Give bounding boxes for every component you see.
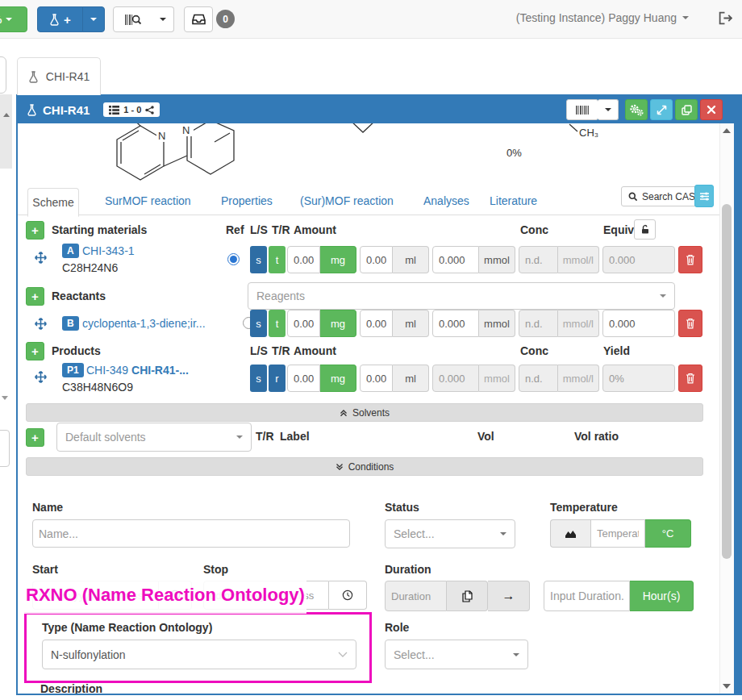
- create-element-dropdown[interactable]: [82, 6, 105, 32]
- volume-input[interactable]: [360, 246, 393, 273]
- logout-button[interactable]: [718, 11, 732, 25]
- material-link[interactable]: cyclopenta-1,3-diene;ir...: [82, 317, 206, 330]
- amount-input[interactable]: [287, 246, 320, 273]
- mol-input[interactable]: [432, 246, 479, 273]
- volume-unit-button[interactable]: ml: [393, 365, 429, 392]
- inbox-icon: [192, 14, 206, 25]
- fullscreen-button[interactable]: [650, 99, 673, 120]
- panel-scrollbar[interactable]: [719, 123, 734, 694]
- close-button[interactable]: [700, 99, 723, 120]
- stop-clock-button[interactable]: [329, 581, 367, 610]
- drag-handle[interactable]: [34, 317, 48, 331]
- amount-input[interactable]: [287, 310, 320, 337]
- material-link[interactable]: CHI-349 CHI-R41-...: [86, 364, 189, 377]
- mol-input: [432, 365, 479, 392]
- tab-surmof2-reaction[interactable]: (Sur)MOF reaction: [300, 194, 394, 207]
- share-icon: [145, 106, 154, 115]
- role-select[interactable]: Select...: [385, 640, 528, 669]
- temperature-input[interactable]: [590, 519, 645, 548]
- delete-material-button[interactable]: [678, 310, 702, 337]
- input-duration-field[interactable]: [544, 581, 630, 611]
- scheme-yield-button[interactable]: %: [0, 6, 27, 32]
- col-amount: Amount: [294, 223, 336, 236]
- temperature-unit-button[interactable]: °C: [645, 519, 691, 548]
- default-solvents-select[interactable]: Default solvents: [56, 423, 252, 452]
- ref-radio[interactable]: [227, 253, 240, 265]
- workspace-tab-reaction[interactable]: CHI-R41: [17, 57, 101, 95]
- scrollbar-thumb[interactable]: [722, 204, 732, 559]
- amount-unit-button[interactable]: mg: [320, 365, 356, 392]
- conditions-collapse-bar[interactable]: Conditions: [26, 457, 703, 476]
- tab-literature[interactable]: Literature: [490, 194, 537, 207]
- collection-counter-badge[interactable]: 1 - 0: [103, 102, 160, 117]
- user-menu[interactable]: (Testing Instance) Paggy Huang: [516, 11, 689, 24]
- mol-unit-button[interactable]: mmol: [479, 246, 515, 273]
- create-sample-button[interactable]: +: [37, 6, 83, 32]
- delete-material-button[interactable]: [678, 365, 702, 392]
- drag-handle[interactable]: [34, 251, 48, 265]
- tab-surmof-reaction[interactable]: SurMOF reaction: [105, 194, 191, 207]
- duration-apply-button[interactable]: →: [488, 581, 530, 611]
- scroll-up-arrow[interactable]: [723, 128, 731, 133]
- search-cas-button[interactable]: Search CAS: [621, 186, 702, 206]
- print-dropdown[interactable]: [598, 99, 619, 120]
- volume-input[interactable]: [360, 365, 393, 392]
- rxno-annotation-text: RXNO (Name Reaction Ontology): [23, 585, 305, 606]
- volume-unit-button[interactable]: ml: [393, 310, 429, 337]
- scan-dropdown[interactable]: [152, 6, 174, 32]
- plus-icon: +: [31, 290, 39, 303]
- print-barcode-button[interactable]: [566, 99, 598, 120]
- add-product-button[interactable]: +: [26, 342, 44, 360]
- target-real-toggle[interactable]: t: [269, 310, 286, 337]
- volume-unit-button[interactable]: ml: [393, 246, 429, 273]
- duration-unit-button[interactable]: Hour(s): [630, 581, 694, 611]
- equiv-input[interactable]: [602, 310, 675, 337]
- split-sample-button[interactable]: s: [250, 310, 267, 337]
- material-link[interactable]: CHI-343-1: [82, 244, 135, 257]
- amount-unit-button[interactable]: mg: [320, 310, 356, 337]
- mol-input[interactable]: [432, 310, 479, 337]
- col-conc: Conc: [520, 344, 548, 357]
- conc-input: [519, 310, 558, 337]
- col-ls: L/S: [250, 344, 268, 357]
- tab-properties[interactable]: Properties: [221, 194, 273, 207]
- status-placeholder: Select...: [394, 527, 435, 540]
- start-label: Start: [32, 563, 58, 576]
- solvent-col-vol-ratio: Vol ratio: [574, 430, 619, 443]
- delete-material-button[interactable]: [678, 246, 702, 273]
- scroll-down-arrow[interactable]: [723, 684, 731, 689]
- green-template-button[interactable]: [625, 99, 648, 120]
- status-select[interactable]: Select...: [385, 519, 515, 548]
- scan-barcode-button[interactable]: [113, 6, 152, 32]
- reagents-select[interactable]: Reagents: [248, 282, 675, 310]
- tab-scheme[interactable]: Scheme: [27, 188, 79, 217]
- solvents-collapse-bar[interactable]: Solvents: [26, 403, 703, 422]
- duration-copy-button[interactable]: [447, 581, 488, 611]
- amount-unit-button[interactable]: mg: [320, 246, 356, 273]
- temperature-chart-button[interactable]: [550, 519, 590, 548]
- temperature-label: Temperature: [550, 501, 618, 514]
- volume-input[interactable]: [360, 310, 393, 337]
- tab-analyses[interactable]: Analyses: [423, 194, 469, 207]
- copy-button[interactable]: [675, 99, 698, 120]
- inbox-button[interactable]: [184, 6, 213, 32]
- reagents-placeholder: Reagents: [256, 290, 305, 302]
- scheme-settings-button[interactable]: [694, 185, 714, 207]
- add-solvent-button[interactable]: +: [26, 428, 44, 447]
- add-reactant-button[interactable]: +: [26, 287, 44, 306]
- equiv-lock-button[interactable]: [634, 219, 656, 240]
- flask-icon: [28, 71, 39, 83]
- col-ls: L/S: [250, 223, 268, 236]
- drag-handle[interactable]: [34, 370, 48, 384]
- target-real-toggle[interactable]: t: [269, 246, 286, 273]
- caret-down-icon: [236, 435, 243, 439]
- split-sample-button[interactable]: s: [250, 365, 267, 392]
- split-sample-button[interactable]: s: [250, 246, 267, 273]
- unlock-icon: [640, 224, 650, 235]
- target-real-toggle[interactable]: r: [269, 365, 286, 392]
- search-icon: [628, 192, 638, 202]
- add-starting-material-button[interactable]: +: [26, 221, 44, 240]
- name-input[interactable]: [32, 519, 350, 548]
- mol-unit-button[interactable]: mmol: [479, 310, 515, 337]
- amount-input[interactable]: [287, 365, 320, 392]
